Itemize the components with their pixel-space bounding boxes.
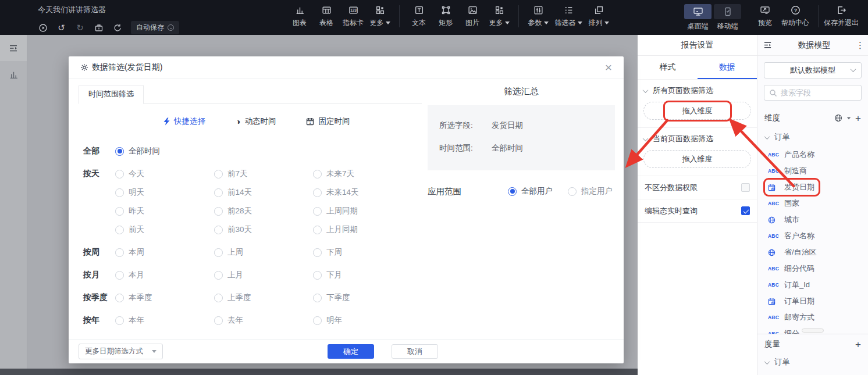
radio-option[interactable]: 本月 (115, 266, 214, 284)
radio-option[interactable]: 前14天 (214, 183, 313, 202)
scope-radio-option[interactable]: 指定用户 (568, 185, 613, 197)
insert-more-button[interactable]: 更多 (367, 4, 393, 28)
insert-chart-button[interactable]: 图表 (286, 4, 313, 28)
group-label: 按天 (83, 165, 115, 239)
section-all-pages-label: 所有页面数据筛选 (653, 85, 713, 96)
radio-option[interactable]: 本周 (115, 243, 214, 262)
preview-button[interactable]: 预览 (752, 4, 778, 28)
sidebar-charts-item[interactable] (0, 70, 27, 80)
field-item[interactable]: ABC 发货日期 (757, 179, 868, 195)
params-button[interactable]: 参数 (525, 4, 552, 28)
measure-group-orders[interactable]: 订单 (757, 354, 868, 370)
insert-text-button[interactable]: 文本 (405, 4, 432, 28)
radio-option[interactable]: 上周同期 (313, 202, 412, 220)
field-search-input[interactable]: 搜索字段 (764, 85, 862, 101)
field-item[interactable]: ABC 制造商 (757, 163, 868, 179)
scope-radio-option[interactable]: 全部用户 (508, 185, 553, 197)
radio-option[interactable]: 前28天 (214, 202, 313, 220)
add-measure-icon[interactable]: + (855, 340, 861, 349)
ignore-permission-checkbox[interactable] (741, 183, 750, 192)
radio-option[interactable]: 全部时间 (115, 142, 214, 160)
mobile-mode-button[interactable]: 移动端 (714, 4, 741, 31)
radio-option[interactable]: 上月同期 (313, 220, 412, 239)
measures-label: 度量 (764, 339, 780, 349)
insert-table-button[interactable]: 表格 (313, 4, 340, 28)
insert-image-button[interactable]: 图片 (459, 4, 486, 28)
drop-dimension-zone-current[interactable]: 拖入维度 (643, 150, 751, 168)
time-mode-option[interactable]: ◑ 1 固定时间 (306, 116, 350, 127)
insert-kpi-button[interactable]: 123 指标卡 (340, 4, 367, 28)
radio-option[interactable]: 未来7天 (313, 165, 412, 183)
save-icon[interactable] (94, 23, 104, 33)
radio-option[interactable]: 前7天 (214, 165, 313, 183)
undo-icon[interactable]: ↺ (56, 23, 66, 33)
tab-time-range-filter[interactable]: 时间范围筛选 (79, 85, 144, 104)
help-center-button[interactable]: ? 帮助中心 (778, 4, 812, 28)
field-item[interactable]: ABC 省/自治区 (757, 244, 868, 260)
radio-option[interactable]: 未来14天 (313, 183, 412, 202)
panel-resize-handle[interactable] (802, 328, 824, 333)
field-item[interactable]: ABC 订单日期 (757, 293, 868, 309)
panel-menu-icon[interactable]: ⋮ (856, 40, 863, 51)
insert-more-label: 更多 (370, 18, 384, 28)
field-item[interactable]: ABC 细分代码 (757, 260, 868, 277)
radio-option[interactable]: 昨天 (115, 202, 214, 220)
radio-option[interactable]: 去年 (214, 311, 313, 330)
radio-option[interactable]: 今天 (115, 165, 214, 183)
arrange-button[interactable]: 排列 (585, 4, 612, 28)
redo-icon[interactable]: ↻ (75, 23, 85, 33)
text-icon (414, 4, 424, 16)
tab-style[interactable]: 样式 (638, 56, 698, 79)
model-select-dropdown[interactable]: 默认数据模型 (764, 62, 862, 78)
radio-option[interactable]: 明年 (313, 311, 412, 330)
radio-option[interactable]: 本年 (115, 311, 214, 330)
refresh-icon[interactable] (112, 23, 122, 33)
cancel-button[interactable]: 取消 (392, 344, 438, 359)
save-exit-button[interactable]: 保存并退出 (824, 4, 858, 28)
field-item[interactable]: ABC 客户名称 (757, 228, 868, 244)
collapse-panel-icon[interactable] (763, 41, 773, 49)
radio-option[interactable]: 前30天 (214, 220, 313, 239)
tab-data[interactable]: 数据 (698, 56, 757, 79)
toggle-realtime-query-label: 编辑态实时查询 (645, 206, 698, 216)
field-item[interactable]: ABC 邮寄方式 (757, 309, 868, 326)
arrange-layers-icon (594, 4, 604, 16)
radio-option[interactable]: 上季度 (214, 288, 313, 307)
more-date-filter-dropdown[interactable]: 更多日期筛选方式 (79, 344, 163, 359)
insert-more2-button[interactable]: 更多 (486, 4, 513, 28)
dialog-body: 时间范围筛选 ◑ 1 快捷选择 (69, 78, 624, 339)
filters-button[interactable]: 筛选器 (552, 4, 585, 28)
confirm-button[interactable]: 确定 (328, 344, 374, 359)
geo-globe-icon[interactable] (834, 114, 842, 122)
radio-option[interactable]: 明天 (115, 183, 214, 202)
radio-option[interactable]: 本季度 (115, 288, 214, 307)
dimension-group-orders[interactable]: 订单 (757, 129, 868, 145)
field-item[interactable]: ABC 订单_Id (757, 277, 868, 293)
section-all-pages-header[interactable]: 所有页面数据筛选 (638, 80, 757, 102)
desktop-mode-button[interactable]: 桌面端 (684, 4, 712, 31)
autosave-badge[interactable]: 自动保存 (131, 21, 179, 34)
realtime-query-checkbox[interactable] (741, 206, 750, 215)
field-item[interactable]: ABC 产品名称 (757, 147, 868, 163)
close-icon[interactable]: × (605, 61, 612, 73)
time-mode-option[interactable]: ◑ 1 快捷选择 (163, 116, 205, 127)
preview-label: 预览 (758, 18, 772, 28)
drop-dimension-zone-all[interactable]: 拖入维度 (643, 102, 751, 120)
history-icon[interactable] (38, 23, 48, 33)
radio-option[interactable]: 前天 (115, 220, 214, 239)
section-current-page-header[interactable]: 当前页面数据筛选 (638, 128, 757, 150)
radio-option[interactable]: 下周 (313, 243, 412, 262)
dropdown-arrow-icon[interactable] (847, 117, 851, 119)
radio-option[interactable]: 上月 (214, 266, 313, 284)
field-item[interactable]: ABC 城市 (757, 212, 868, 228)
add-dimension-icon[interactable]: + (855, 113, 861, 123)
radio-option[interactable]: 上周 (214, 243, 313, 262)
radio-option[interactable]: 下季度 (313, 288, 412, 307)
insert-rect-button[interactable]: 矩形 (432, 4, 459, 28)
dropdown-arrow-icon (544, 22, 549, 24)
field-item[interactable]: ABC 国家 (757, 195, 868, 212)
sidebar-collapse-button[interactable] (0, 35, 27, 61)
time-mode-option[interactable]: ◑ 1 动态时间 (236, 116, 276, 127)
group-label: 按月 (83, 266, 115, 284)
radio-option[interactable]: 下月 (313, 266, 412, 284)
